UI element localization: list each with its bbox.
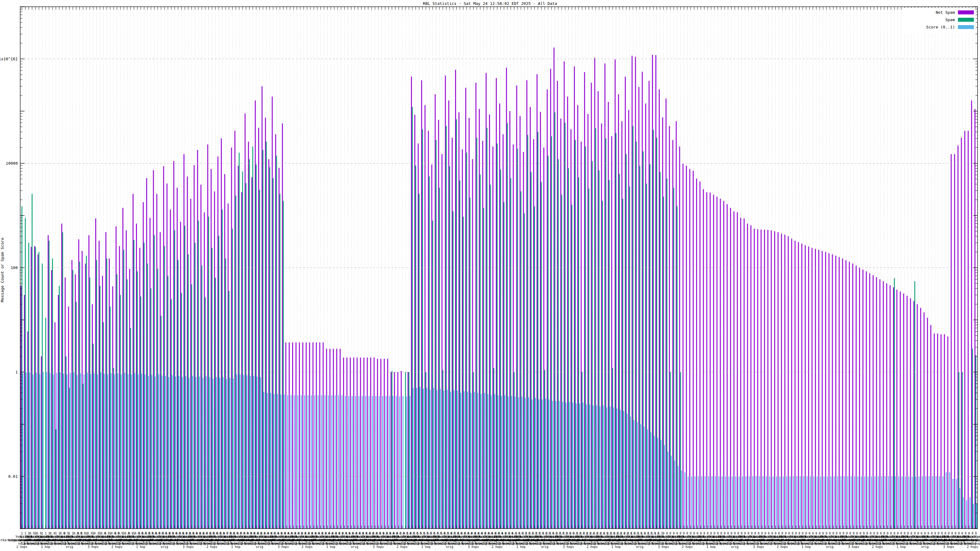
bar-spam bbox=[554, 112, 555, 529]
bar-not-spam bbox=[374, 357, 375, 529]
bar-score bbox=[369, 396, 370, 529]
bar-score bbox=[681, 470, 682, 529]
bar-score bbox=[555, 401, 556, 529]
bar-not-spam bbox=[635, 57, 636, 529]
bar-score bbox=[84, 375, 84, 529]
bar-not-spam bbox=[886, 283, 887, 529]
bar-score bbox=[640, 424, 641, 529]
bar-spam bbox=[174, 230, 175, 529]
bar-not-spam bbox=[197, 150, 198, 529]
bar-score bbox=[935, 476, 937, 529]
bar-not-spam bbox=[146, 178, 147, 529]
bar-score bbox=[633, 420, 634, 529]
bar-spam bbox=[568, 168, 569, 529]
bar-not-spam bbox=[611, 136, 612, 529]
bar-not-spam bbox=[649, 81, 649, 529]
bar-score bbox=[780, 476, 780, 529]
bar-not-spam bbox=[407, 372, 409, 529]
bar-score bbox=[56, 373, 57, 529]
bar-score bbox=[491, 395, 492, 529]
bar-not-spam bbox=[713, 195, 714, 529]
bar-not-spam bbox=[85, 264, 86, 529]
bar-not-spam bbox=[815, 249, 816, 529]
bar-score bbox=[433, 388, 434, 529]
bar-score bbox=[331, 395, 332, 529]
bar-score bbox=[589, 404, 590, 529]
bar-not-spam bbox=[326, 349, 327, 529]
bar-spam bbox=[76, 302, 76, 529]
bar-not-spam bbox=[625, 76, 626, 529]
bar-score bbox=[793, 476, 794, 529]
bar-score bbox=[131, 375, 132, 529]
bar-not-spam bbox=[258, 128, 259, 529]
bar-not-spam bbox=[92, 304, 93, 529]
bar-spam bbox=[432, 221, 433, 529]
bar-not-spam bbox=[115, 226, 116, 529]
y-tick-label: 1 bbox=[15, 370, 18, 375]
bar-spam bbox=[150, 288, 151, 529]
bar-not-spam bbox=[299, 343, 300, 529]
bar-score bbox=[966, 500, 967, 529]
bar-not-spam bbox=[469, 118, 469, 529]
bar-not-spam bbox=[513, 144, 514, 529]
bar-spam bbox=[35, 247, 36, 529]
bar-score bbox=[773, 476, 773, 529]
bar-score bbox=[76, 375, 78, 529]
bar-score bbox=[325, 395, 326, 529]
bar-score bbox=[379, 396, 380, 529]
bar-score bbox=[138, 375, 139, 529]
bar-not-spam bbox=[808, 246, 809, 529]
bar-not-spam bbox=[605, 64, 605, 529]
bar-not-spam bbox=[241, 192, 242, 529]
bar-not-spam bbox=[717, 197, 718, 529]
bar-score bbox=[169, 377, 169, 529]
bar-not-spam bbox=[791, 239, 792, 529]
bar-score bbox=[185, 376, 186, 529]
bar-score bbox=[263, 392, 264, 529]
bar-score bbox=[209, 377, 210, 529]
bar-not-spam bbox=[390, 372, 391, 529]
bar-score bbox=[864, 476, 865, 529]
bar-score bbox=[202, 378, 204, 529]
bar-score bbox=[97, 375, 98, 529]
bar-score bbox=[26, 373, 27, 529]
bar-score bbox=[328, 395, 329, 529]
bar-score bbox=[603, 405, 604, 529]
bar-not-spam bbox=[832, 254, 833, 529]
bar-score bbox=[440, 389, 441, 529]
bar-not-spam bbox=[846, 260, 846, 529]
bar-not-spam bbox=[774, 231, 775, 529]
rbl-bar-chart: 1x10^{6}1000010010.011YesListhostkarma.j… bbox=[0, 0, 980, 551]
bar-not-spam bbox=[489, 114, 490, 529]
bar-not-spam bbox=[689, 169, 690, 529]
bar-spam bbox=[49, 241, 49, 529]
bar-score bbox=[413, 388, 414, 529]
bar-score bbox=[145, 375, 145, 529]
bar-score bbox=[525, 398, 526, 529]
bar-not-spam bbox=[350, 357, 351, 529]
bar-not-spam bbox=[750, 225, 751, 529]
bar-not-spam bbox=[41, 356, 42, 529]
bar-not-spam bbox=[866, 272, 867, 529]
bar-not-spam bbox=[425, 105, 425, 529]
bar-score bbox=[942, 476, 943, 529]
bar-not-spam bbox=[30, 247, 32, 529]
bar-score bbox=[644, 427, 645, 529]
bar-score bbox=[355, 396, 356, 529]
bar-not-spam bbox=[811, 248, 813, 529]
bar-spam bbox=[59, 286, 60, 529]
bar-score bbox=[80, 373, 81, 529]
bar-not-spam bbox=[900, 291, 901, 529]
bar-spam bbox=[198, 221, 199, 529]
bar-score bbox=[416, 388, 417, 529]
bar-not-spam bbox=[340, 349, 340, 529]
bar-not-spam bbox=[370, 357, 371, 529]
bar-score bbox=[637, 422, 638, 529]
bar-score bbox=[776, 476, 777, 529]
bar-score bbox=[573, 403, 573, 529]
bar-spam bbox=[575, 140, 576, 529]
bar-not-spam bbox=[964, 131, 965, 529]
bar-not-spam bbox=[540, 112, 541, 529]
bar-score bbox=[847, 476, 848, 529]
bar-score bbox=[535, 398, 536, 529]
